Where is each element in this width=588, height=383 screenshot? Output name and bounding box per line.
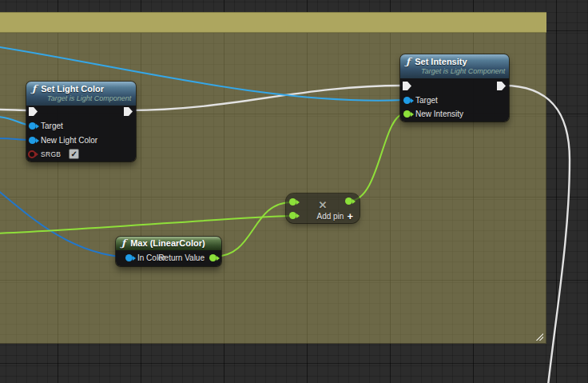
node-set-intensity[interactable]: ƒ Set Intensity Target is Light Componen… — [400, 54, 509, 122]
node-set-light-color-header[interactable]: ƒ Set Light Color Target is Light Compon… — [26, 82, 136, 106]
exec-out-pin[interactable] — [124, 107, 133, 116]
node-subtitle: Target is Light Component — [47, 94, 129, 103]
return-value-pin-label: Return Value — [158, 253, 205, 262]
target-pin[interactable] — [29, 122, 36, 130]
node-title: Set Light Color — [41, 84, 104, 94]
target-pin-label: Target — [41, 122, 63, 130]
new-light-color-pin[interactable] — [29, 137, 36, 144]
comment-resize-handle-icon[interactable] — [534, 333, 543, 341]
node-title: Set Intensity — [415, 57, 467, 67]
new-intensity-pin[interactable] — [403, 110, 411, 118]
target-pin-label: Target — [415, 96, 438, 105]
node-set-intensity-header[interactable]: ƒ Set Intensity Target is Light Componen… — [400, 54, 509, 78]
node-title: Max (LinearColor) — [130, 238, 205, 248]
multiply-input-b-pin[interactable] — [289, 212, 296, 219]
node-set-light-color[interactable]: ƒ Set Light Color Target is Light Compon… — [26, 82, 136, 162]
multiply-operator-icon: ✕ — [286, 199, 360, 211]
add-pin-button[interactable]: Add pin + — [316, 212, 353, 221]
srgb-pin-label: SRGB — [41, 150, 61, 158]
new-light-color-pin-label: New Light Color — [41, 136, 97, 145]
blueprint-graph-canvas[interactable]: ƒ Set Light Color Target is Light Compon… — [0, 0, 588, 383]
new-intensity-pin-label: New Intensity — [415, 110, 463, 118]
node-subtitle: Target is Light Component — [421, 67, 503, 76]
exec-out-pin[interactable] — [497, 82, 506, 90]
return-value-pin[interactable] — [209, 254, 217, 261]
srgb-checkbox[interactable]: ✓ — [69, 149, 79, 159]
plus-icon: + — [347, 213, 353, 221]
node-max-linearcolor[interactable]: ƒ Max (LinearColor) In Color Return Valu… — [116, 237, 221, 266]
function-icon: ƒ — [32, 83, 36, 94]
node-multiply[interactable]: ✕ Add pin + — [286, 193, 360, 223]
node-max-header[interactable]: ƒ Max (LinearColor) — [116, 237, 221, 250]
in-color-pin[interactable] — [125, 254, 133, 261]
add-pin-label: Add pin — [316, 212, 344, 221]
exec-in-pin[interactable] — [29, 107, 38, 116]
exec-in-pin[interactable] — [403, 82, 411, 90]
function-icon: ƒ — [406, 56, 410, 67]
function-icon: ƒ — [121, 237, 125, 249]
comment-header-bar[interactable] — [0, 12, 546, 33]
srgb-pin[interactable] — [28, 150, 36, 158]
target-pin[interactable] — [403, 97, 411, 104]
